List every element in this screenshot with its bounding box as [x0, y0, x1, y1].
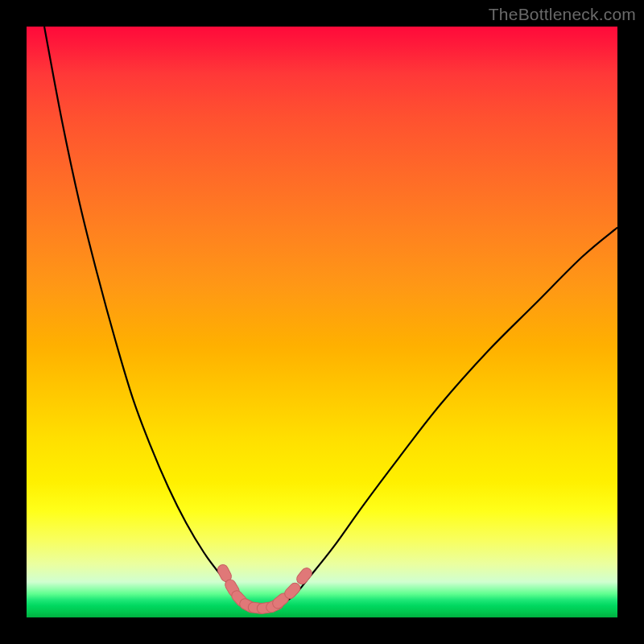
right-curve	[275, 228, 617, 606]
chart-frame: TheBottleneck.com	[0, 0, 644, 644]
left-curve	[44, 27, 248, 605]
curve-group	[44, 27, 617, 609]
watermark-text: TheBottleneck.com	[489, 5, 636, 24]
chart-svg	[27, 27, 617, 617]
plot-area	[27, 27, 617, 617]
marker-group	[216, 563, 314, 614]
